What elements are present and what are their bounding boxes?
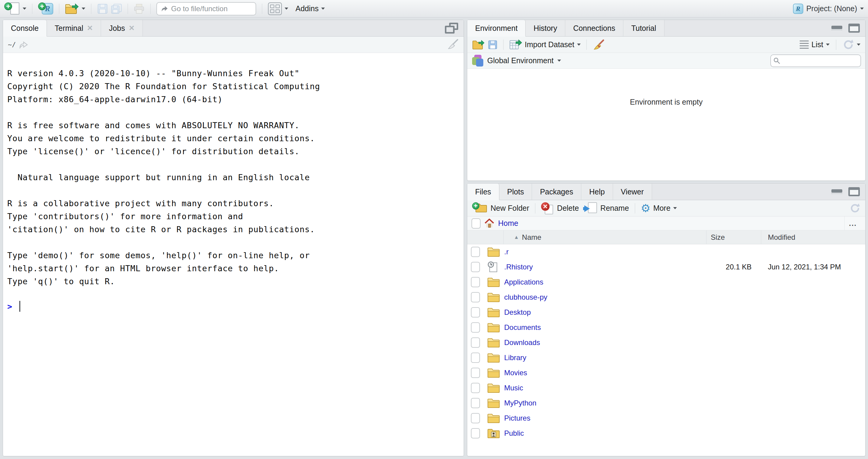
file-row[interactable]: Desktop (467, 305, 865, 320)
import-dataset-button[interactable]: Import Dataset (509, 39, 581, 50)
goto-directory-icon[interactable] (19, 41, 28, 49)
environment-search[interactable] (770, 55, 861, 67)
file-checkbox[interactable] (471, 322, 480, 333)
file-row[interactable]: Library (467, 350, 865, 365)
print-button[interactable] (134, 3, 145, 14)
file-checkbox[interactable] (471, 292, 480, 302)
file-name-link[interactable]: Music (504, 384, 523, 392)
tab-packages[interactable]: Packages (532, 184, 581, 200)
save-workspace-button[interactable] (488, 40, 497, 50)
file-row[interactable]: Movies (467, 365, 865, 380)
file-row[interactable]: clubhouse-py (467, 290, 865, 305)
path-more-button[interactable]: ... (844, 216, 861, 230)
file-row[interactable]: Applications (467, 275, 865, 290)
file-row[interactable]: MyPython (467, 396, 865, 410)
files-pane: Files Plots Packages Help Viewer + New F… (467, 183, 866, 456)
console-output[interactable]: R version 4.0.3 (2020-10-10) -- "Bunny-W… (3, 53, 464, 456)
clear-console-button[interactable] (447, 38, 459, 51)
minimize-pane-icon[interactable] (831, 26, 842, 31)
rename-button[interactable]: Rename (584, 202, 629, 214)
file-checkbox[interactable] (471, 247, 480, 257)
column-header-name[interactable]: ▲ Name (503, 231, 707, 244)
file-checkbox[interactable] (471, 277, 480, 287)
working-directory: ~/ (8, 41, 16, 49)
new-project-button[interactable]: R+ (38, 2, 53, 16)
file-name-link[interactable]: Desktop (504, 308, 531, 316)
folder-icon (487, 246, 504, 257)
chevron-down-icon (23, 7, 26, 10)
more-button[interactable]: ⚙ More (641, 203, 677, 214)
file-name-link[interactable]: .r (504, 248, 509, 256)
tab-jobs[interactable]: Jobs ✕ (101, 20, 143, 36)
file-checkbox[interactable] (471, 368, 480, 378)
file-name-link[interactable]: Pictures (504, 414, 530, 422)
column-header-size[interactable]: Size (707, 231, 761, 244)
file-name-link[interactable]: Library (504, 354, 526, 362)
file-checkbox[interactable] (471, 307, 480, 317)
delete-button[interactable]: ✕ Delete (541, 202, 579, 214)
close-icon[interactable]: ✕ (87, 25, 93, 32)
file-checkbox[interactable] (471, 398, 480, 408)
chevron-down-icon (321, 7, 325, 10)
goto-file-search[interactable] (156, 2, 256, 16)
breadcrumb-home[interactable]: Home (498, 219, 518, 228)
file-checkbox[interactable] (471, 353, 480, 363)
chevron-down-icon[interactable] (557, 60, 561, 62)
file-row[interactable]: Downloads (467, 335, 865, 350)
file-checkbox[interactable] (471, 383, 480, 393)
save-all-button[interactable] (111, 3, 122, 14)
file-checkbox[interactable] (471, 428, 480, 438)
environment-search-input[interactable] (783, 57, 858, 65)
file-name-link[interactable]: Applications (504, 278, 543, 286)
environment-scope-label[interactable]: Global Environment (487, 56, 554, 65)
file-checkbox[interactable] (471, 337, 480, 348)
maximize-pane-icon[interactable] (848, 187, 860, 196)
select-all-checkbox[interactable] (471, 218, 480, 228)
panes-grid-icon (268, 2, 282, 15)
file-name-link[interactable]: Movies (504, 369, 527, 377)
file-name-link[interactable]: Documents (504, 323, 541, 331)
maximize-pane-icon[interactable] (848, 24, 860, 33)
tab-files[interactable]: Files (467, 184, 499, 200)
file-name-link[interactable]: .Rhistory (504, 263, 533, 271)
file-row[interactable]: .Rhistory 20.1 KB Jun 12, 2021, 1:34 PM (467, 259, 865, 275)
column-header-modified[interactable]: Modified (761, 233, 865, 242)
tab-connections[interactable]: Connections (565, 20, 623, 36)
file-name-link[interactable]: MyPython (504, 399, 536, 407)
load-workspace-button[interactable] (472, 40, 485, 50)
tab-console[interactable]: Console (3, 20, 47, 37)
refresh-files-button[interactable] (849, 203, 861, 213)
goto-file-input[interactable] (171, 4, 252, 13)
file-checkbox[interactable] (471, 262, 480, 272)
tab-tutorial[interactable]: Tutorial (623, 20, 664, 36)
project-selector[interactable]: R Project: (None) (793, 4, 864, 14)
file-name-link[interactable]: clubhouse-py (504, 293, 548, 301)
file-name-link[interactable]: Downloads (504, 338, 540, 346)
file-row[interactable]: Public (467, 426, 865, 441)
tab-environment[interactable]: Environment (467, 20, 526, 37)
file-row[interactable]: .r (467, 244, 865, 259)
tab-plots[interactable]: Plots (499, 184, 532, 200)
refresh-environment-button[interactable] (843, 39, 861, 50)
clear-environment-button[interactable] (592, 39, 604, 51)
list-view-button[interactable]: List (800, 40, 830, 49)
tab-label: Viewer (621, 187, 644, 196)
file-name-link[interactable]: Public (504, 429, 524, 437)
save-button[interactable] (97, 3, 108, 14)
close-icon[interactable]: ✕ (128, 25, 134, 32)
maximize-pane-icon[interactable] (445, 23, 458, 34)
file-checkbox[interactable] (471, 413, 480, 423)
tab-history[interactable]: History (526, 20, 565, 36)
new-file-button[interactable]: + (4, 2, 26, 16)
open-file-button[interactable] (65, 3, 85, 14)
file-row[interactable]: Documents (467, 320, 865, 335)
file-row[interactable]: Pictures (467, 410, 865, 426)
tab-help[interactable]: Help (581, 184, 613, 200)
workspace-panes-button[interactable] (268, 2, 288, 15)
addins-button[interactable]: Addins (296, 4, 325, 13)
file-row[interactable]: Music (467, 380, 865, 396)
minimize-pane-icon[interactable] (831, 189, 842, 194)
tab-viewer[interactable]: Viewer (613, 184, 652, 200)
new-folder-button[interactable]: + New Folder (472, 202, 529, 215)
tab-terminal[interactable]: Terminal ✕ (47, 20, 101, 36)
